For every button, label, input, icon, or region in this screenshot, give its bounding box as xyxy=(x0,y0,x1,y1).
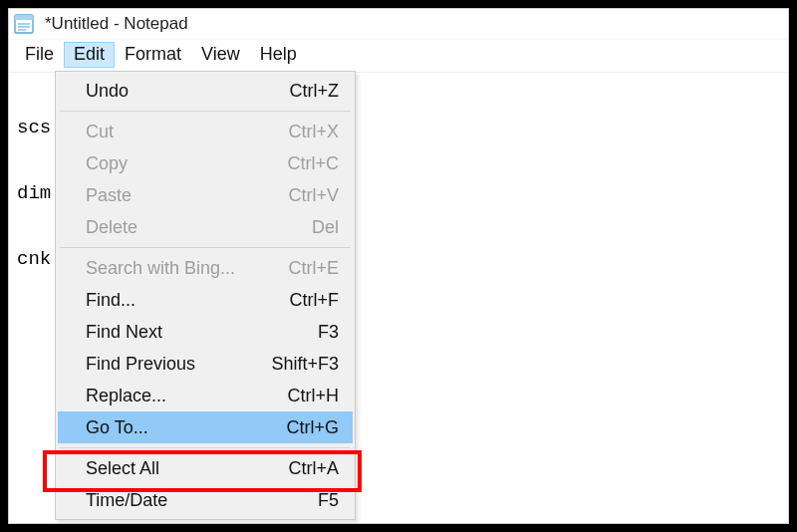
menu-item-replace[interactable]: Replace...Ctrl+H xyxy=(58,380,353,411)
menu-format[interactable]: Format xyxy=(115,42,191,68)
menubar: File Edit Format View Help xyxy=(9,39,788,73)
menu-file[interactable]: File xyxy=(15,42,64,68)
menu-item-undo[interactable]: UndoCtrl+Z xyxy=(58,75,353,107)
menu-item-shortcut: F3 xyxy=(318,322,339,343)
menu-item-label: Time/Date xyxy=(86,490,167,511)
menu-item-label: Replace... xyxy=(86,386,166,406)
menu-item-shortcut: Ctrl+V xyxy=(288,185,339,206)
menu-edit[interactable]: Edit xyxy=(64,42,115,68)
menu-separator xyxy=(60,247,351,248)
menu-item-label: Search with Bing... xyxy=(86,258,235,279)
edit-dropdown-menu: UndoCtrl+ZCutCtrl+XCopyCtrl+CPasteCtrl+V… xyxy=(55,71,356,520)
menu-item-find-next[interactable]: Find NextF3 xyxy=(58,316,353,348)
menu-help[interactable]: Help xyxy=(250,42,307,68)
menu-item-find[interactable]: Find...Ctrl+F xyxy=(58,284,353,316)
menu-item-label: Go To... xyxy=(86,417,148,438)
menu-item-shortcut: Ctrl+E xyxy=(288,258,339,279)
menu-item-label: Cut xyxy=(86,122,114,142)
menu-item-shortcut: Ctrl+H xyxy=(287,386,339,406)
menu-item-shortcut: Shift+F3 xyxy=(271,354,339,375)
menu-item-label: Find... xyxy=(86,290,135,311)
menu-item-shortcut: Ctrl+Z xyxy=(290,81,340,102)
menu-separator xyxy=(60,447,351,448)
menu-item-find-previous[interactable]: Find PreviousShift+F3 xyxy=(58,348,353,380)
menu-item-copy: CopyCtrl+C xyxy=(58,147,353,179)
menu-item-time-date[interactable]: Time/DateF5 xyxy=(58,484,353,516)
menu-item-select-all[interactable]: Select AllCtrl+A xyxy=(58,452,353,484)
svg-rect-1 xyxy=(15,15,33,20)
menu-item-cut: CutCtrl+X xyxy=(58,116,353,147)
window-title: *Untitled - Notepad xyxy=(45,14,188,34)
menu-item-shortcut: Ctrl+X xyxy=(288,122,339,142)
titlebar: *Untitled - Notepad xyxy=(9,9,788,39)
menu-item-shortcut: Ctrl+G xyxy=(286,417,339,438)
menu-item-shortcut: Ctrl+A xyxy=(288,458,339,479)
menu-view[interactable]: View xyxy=(191,42,250,68)
menu-item-go-to[interactable]: Go To...Ctrl+G xyxy=(58,411,353,443)
menu-item-shortcut: Ctrl+C xyxy=(287,153,339,174)
menu-item-label: Paste xyxy=(86,185,132,206)
menu-item-shortcut: Ctrl+F xyxy=(290,290,340,311)
menu-item-label: Delete xyxy=(86,217,137,238)
menu-item-label: Undo xyxy=(86,81,129,102)
notepad-window: *Untitled - Notepad File Edit Format Vie… xyxy=(8,8,789,524)
notepad-icon xyxy=(13,13,35,35)
menu-item-label: Find Next xyxy=(86,322,162,343)
menu-item-shortcut: F5 xyxy=(318,490,339,511)
menu-item-shortcut: Del xyxy=(312,217,339,238)
menu-item-label: Find Previous xyxy=(86,354,195,375)
menu-separator xyxy=(60,111,351,112)
menu-item-search-with-bing: Search with Bing...Ctrl+E xyxy=(58,252,353,284)
menu-item-delete: DeleteDel xyxy=(58,211,353,243)
menu-item-label: Select All xyxy=(86,458,159,479)
menu-item-label: Copy xyxy=(86,153,128,174)
menu-item-paste: PasteCtrl+V xyxy=(58,179,353,211)
